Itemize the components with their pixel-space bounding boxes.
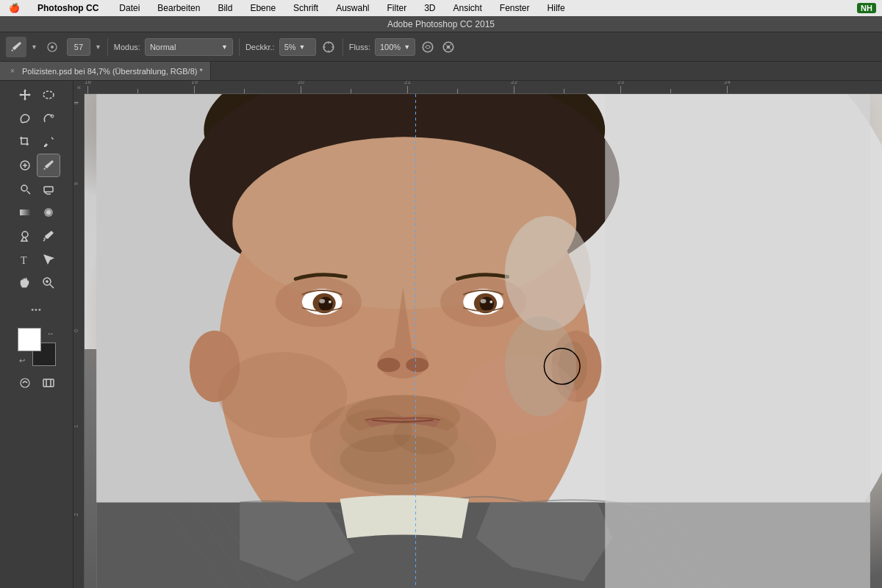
svg-point-42 bbox=[377, 358, 400, 372]
svg-point-39 bbox=[481, 299, 487, 304]
text-tool[interactable]: T bbox=[14, 248, 36, 270]
dodge-tool[interactable] bbox=[14, 225, 36, 247]
svg-point-52 bbox=[505, 216, 591, 331]
svg-point-33 bbox=[319, 299, 325, 304]
eraser-tool[interactable] bbox=[37, 178, 60, 200]
corner-arrows: « bbox=[74, 81, 85, 94]
menu-bearbeiten[interactable]: Bearbeiten bbox=[154, 2, 203, 14]
svg-point-1 bbox=[51, 46, 54, 49]
foreground-color-swatch[interactable] bbox=[18, 328, 41, 351]
clone-stamp-tool[interactable] bbox=[14, 178, 36, 200]
menu-fenster[interactable]: Fenster bbox=[497, 2, 533, 14]
brush-size-arrow[interactable]: ▼ bbox=[95, 43, 101, 51]
svg-point-14 bbox=[22, 232, 28, 237]
ruler-side-9: 9 bbox=[74, 182, 79, 185]
lasso-tool[interactable] bbox=[14, 107, 36, 129]
elliptical-marquee-tool[interactable] bbox=[37, 84, 60, 106]
brush-dropdown-arrow[interactable]: ▼ bbox=[31, 43, 37, 51]
brush-preset-btn[interactable] bbox=[42, 37, 62, 57]
ruler-mark-23: 23 bbox=[617, 81, 624, 93]
brush-size-display[interactable]: 57 bbox=[67, 38, 90, 56]
left-toolbox: T ••• ↔ ↩ bbox=[0, 81, 74, 588]
frame-tool-btn[interactable] bbox=[37, 372, 60, 394]
modus-dropdown-arrow: ▼ bbox=[221, 43, 228, 51]
ruler-mark-21: 21 bbox=[404, 81, 411, 93]
quick-mask-btn[interactable] bbox=[14, 372, 36, 394]
menu-auswahl[interactable]: Auswahl bbox=[333, 2, 372, 14]
svg-rect-10 bbox=[44, 187, 53, 192]
ps-title: Adobe Photoshop CC 2015 bbox=[387, 19, 495, 29]
ruler-tick-sm-1 bbox=[137, 89, 138, 93]
tool-row-8: T bbox=[14, 248, 60, 270]
magnetic-lasso-tool[interactable] bbox=[37, 107, 60, 129]
menu-schrift[interactable]: Schrift bbox=[290, 2, 321, 14]
menu-3d[interactable]: 3D bbox=[421, 2, 438, 14]
brush-tool-icon[interactable] bbox=[6, 37, 26, 57]
modus-value: Normal bbox=[150, 43, 176, 51]
swap-colors-icon[interactable]: ↔ bbox=[47, 329, 54, 337]
menu-ebene[interactable]: Ebene bbox=[247, 2, 279, 14]
svg-point-3 bbox=[423, 42, 433, 52]
fluss-input[interactable]: 100% ▼ bbox=[375, 38, 415, 56]
ruler-side: 8 9 0 1 2 bbox=[74, 94, 85, 588]
spot-heal-tool[interactable] bbox=[14, 154, 36, 176]
pen-tool[interactable] bbox=[37, 225, 60, 247]
tool-row-4 bbox=[14, 154, 60, 176]
deckkr-arrow: ▼ bbox=[299, 43, 306, 51]
gradient-tool[interactable] bbox=[14, 201, 36, 223]
tool-row-6 bbox=[14, 201, 60, 223]
menu-bild[interactable]: Bild bbox=[215, 2, 235, 14]
svg-point-9 bbox=[21, 185, 27, 191]
smooth-icon[interactable] bbox=[420, 39, 436, 55]
ruler-mark-22: 22 bbox=[511, 81, 517, 93]
ruler-mark-20: 20 bbox=[298, 81, 304, 93]
separator-3 bbox=[343, 38, 343, 56]
doc-close-btn[interactable]: × bbox=[7, 66, 18, 76]
deckkr-input[interactable]: 5% ▼ bbox=[279, 38, 316, 56]
svg-point-43 bbox=[406, 358, 429, 372]
eyedropper-tool[interactable] bbox=[37, 131, 60, 153]
svg-point-51 bbox=[340, 434, 455, 484]
svg-point-13 bbox=[46, 210, 51, 215]
menu-ansicht[interactable]: Ansicht bbox=[451, 2, 485, 14]
hand-tool[interactable] bbox=[14, 272, 36, 294]
deckkr-value: 5% bbox=[284, 43, 296, 51]
zoom-tool[interactable] bbox=[37, 272, 60, 294]
menu-datei[interactable]: Datei bbox=[116, 2, 143, 14]
tool-row-5 bbox=[14, 178, 60, 200]
ruler-guide-vertical bbox=[415, 94, 416, 588]
ruler-side-1: 1 bbox=[74, 425, 79, 428]
ps-title-bar: Adobe Photoshop CC 2015 bbox=[0, 16, 882, 32]
crop-tool[interactable] bbox=[14, 131, 36, 153]
svg-point-6 bbox=[43, 91, 54, 98]
more-tools-btn[interactable]: ••• bbox=[26, 298, 48, 320]
svg-text:T: T bbox=[21, 255, 27, 266]
move-tool[interactable] bbox=[14, 84, 36, 106]
document-tab-area: × Polizisten.psd bei 84,7% (Überstrahlun… bbox=[0, 62, 882, 81]
path-select-tool[interactable] bbox=[37, 248, 60, 270]
photo-face bbox=[85, 94, 882, 588]
reset-colors-icon[interactable]: ↩ bbox=[19, 356, 25, 365]
modus-dropdown[interactable]: Normal ▼ bbox=[145, 38, 233, 56]
extra-icon[interactable] bbox=[440, 39, 456, 55]
tool-row-more: ••• bbox=[26, 298, 48, 320]
menu-hilfe[interactable]: Hilfe bbox=[545, 2, 568, 14]
blur-tool[interactable] bbox=[37, 201, 60, 223]
svg-point-53 bbox=[505, 316, 576, 416]
separator-2 bbox=[239, 38, 240, 56]
svg-point-34 bbox=[329, 301, 331, 304]
svg-point-38 bbox=[480, 297, 494, 311]
svg-rect-18 bbox=[43, 379, 54, 387]
brush-tool[interactable] bbox=[37, 154, 60, 176]
nh-badge: NH bbox=[857, 3, 876, 13]
app-name[interactable]: Photoshop CC bbox=[35, 2, 101, 14]
color-swatches: ↔ ↩ bbox=[18, 328, 56, 366]
canvas-area[interactable]: « 18 19 20 21 bbox=[74, 81, 882, 588]
document-tab[interactable]: × Polizisten.psd bei 84,7% (Überstrahlun… bbox=[0, 62, 211, 80]
menu-filter[interactable]: Filter bbox=[384, 2, 409, 14]
airbrush-icon[interactable] bbox=[320, 39, 337, 55]
tool-row-9 bbox=[14, 272, 60, 294]
main-area: T ••• ↔ ↩ bbox=[0, 81, 882, 588]
apple-menu[interactable]: 🍎 bbox=[6, 2, 23, 14]
ruler-mark-24: 24 bbox=[724, 81, 731, 93]
